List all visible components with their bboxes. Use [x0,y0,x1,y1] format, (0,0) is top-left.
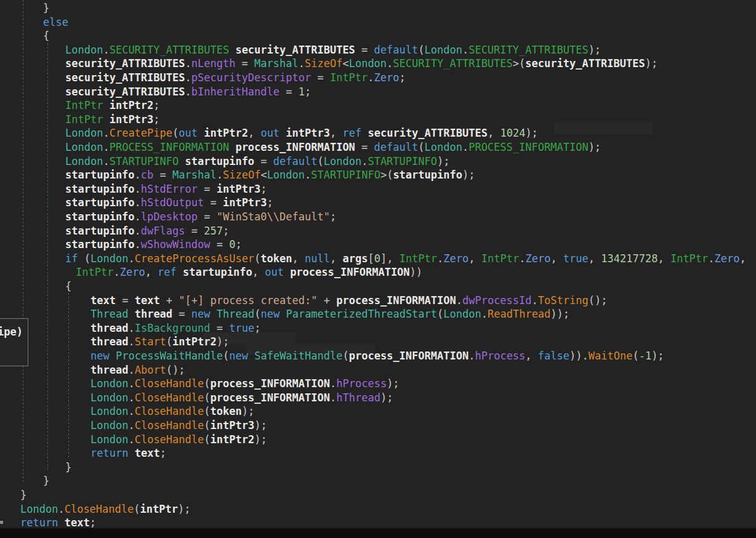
code-token: , [330,127,342,139]
code-token: . [185,86,191,98]
code-line[interactable]: } [43,2,49,14]
code-token: PROCESS_INFORMATION [468,141,588,153]
code-token: ( [204,377,210,390]
code-line[interactable]: } [65,461,71,473]
code-token: , [330,252,342,265]
code-token: . [128,335,134,348]
code-line[interactable]: { [65,280,71,292]
code-line[interactable]: IntPtr intPtr3; [65,113,160,126]
code-line[interactable]: security_ATTRIBUTES.nLength = Marshal.Si… [65,57,657,70]
code-token: Zero [120,266,145,278]
indent-guide [68,293,69,458]
code-token: out [179,127,198,139]
code-token: false [538,350,569,362]
code-line[interactable]: London.CloseHandle(intPtr2); [90,433,267,446]
code-line[interactable]: return text; [20,516,96,529]
code-token: security_ATTRIBUTES [65,71,185,84]
code-token: text [135,294,160,307]
code-token: IntPtr [76,266,113,278]
code-token: , [145,266,158,278]
code-line[interactable]: London.CloseHandle(intPtr3); [90,419,267,432]
code-line[interactable]: London.CloseHandle(intPtr); [20,503,190,515]
code-line[interactable]: } [43,475,49,487]
code-line[interactable]: London.CreatePipe(out intPtr2, out intPt… [65,127,538,139]
code-token: < [260,169,267,181]
code-token: < [342,57,348,70]
code-line[interactable]: thread.Start(intPtr2); [90,335,229,348]
code-token: out [260,127,279,139]
code-line[interactable]: thread.Abort(); [90,364,185,376]
code-token: ); [645,57,657,70]
code-token: STARTUPINFO [110,155,179,167]
code-line[interactable]: return text; [90,447,166,459]
code-line[interactable]: London.PROCESS_INFORMATION process_INFOR… [65,141,601,153]
code-token: ( [632,350,638,362]
code-token: security_ATTRIBUTES [235,44,355,56]
code-token: Start [135,335,166,348]
code-token: ); [254,433,267,446]
code-token: . [462,141,468,153]
code-token: ( [204,391,210,404]
code-token: . [468,350,475,362]
code-token: startupinfo [65,183,135,195]
code-token: = [235,57,254,70]
code-line[interactable]: security_ATTRIBUTES.bInheritHandle = 1; [65,86,311,98]
code-token: startupinfo [183,266,252,278]
code-token: } [43,475,49,487]
code-line[interactable]: London.SECURITY_ATTRIBUTES security_ATTR… [65,44,601,56]
code-line[interactable]: else [43,16,68,28]
code-token: ( [204,405,210,417]
code-line[interactable]: Thread thread = new Thread(new Parameter… [90,308,569,320]
code-token: , [292,252,305,265]
code-token: thread [90,364,128,376]
code-token: ; [153,113,159,126]
code-line[interactable]: startupinfo.dwFlags = 257; [65,225,229,237]
code-token: = [198,183,217,195]
code-token: London [65,127,103,139]
code-line[interactable]: { [43,30,49,42]
code-token: = [172,308,191,320]
code-token: >( [380,169,393,181]
code-token: security_ATTRIBUTES [525,57,645,70]
code-token: ); [178,503,190,515]
code-line[interactable]: IntPtr intPtr2; [65,99,160,111]
code-line[interactable]: text = text + "[+] process created:" + p… [90,294,607,307]
code-line[interactable]: London.STARTUPINFO startupinfo = default… [65,155,449,167]
code-token: SECURITY_ATTRIBUTES [468,44,588,56]
code-token: "[+] process created:" [179,294,317,307]
code-line[interactable]: startupinfo.cb = Marshal.SizeOf<London.S… [65,169,475,181]
code-token: . [708,252,714,265]
code-line[interactable]: } [20,489,26,501]
code-line[interactable]: security_ATTRIBUTES.pSecurityDescriptor … [65,71,406,84]
code-token: ; [260,183,267,195]
code-token: CreatePipe [110,127,172,139]
code-line[interactable]: startupinfo.wShowWindow = 0; [65,238,242,251]
code-token: , [248,127,260,139]
code-editor[interactable]: }else{London.SECURITY_ATTRIBUTES securit… [0,0,756,538]
code-token: , [252,266,265,278]
code-token: ); [437,155,449,167]
code-line[interactable]: London.CloseHandle(process_INFORMATION.h… [90,391,393,404]
code-token: STARTUPINFO [311,169,380,181]
code-token: . [135,169,141,181]
code-token: . [456,294,462,307]
code-token: Thread [90,308,128,320]
code-line[interactable]: startupinfo.hStdOutput = intPtr3; [65,196,273,209]
code-line[interactable]: if (London.CreateProcessAsUser(token, nu… [65,252,746,265]
code-line[interactable]: new ProcessWaitHandle(new SafeWaitHandle… [90,350,664,362]
code-token: "WinSta0\\Default" [217,211,330,223]
code-line[interactable]: London.CloseHandle(process_INFORMATION.h… [90,377,400,390]
code-token: ); [242,405,254,417]
code-token: 0 [229,238,235,251]
code-token: intPtr3 [211,419,255,432]
code-line[interactable]: startupinfo.lpDesktop = "WinSta0\\Defaul… [65,211,336,223]
code-line[interactable]: London.CloseHandle(token); [90,405,254,417]
code-line[interactable]: thread.IsBackground = true; [90,322,260,334]
code-token: process_INFORMATION [211,391,330,404]
code-token: security_ATTRIBUTES [65,57,185,70]
code-token: . [128,433,134,446]
tooltip-text: pipe) [0,326,23,338]
code-line[interactable]: IntPtr.Zero, ref startupinfo, out proces… [76,266,422,278]
code-token: . [128,405,134,417]
code-line[interactable]: startupinfo.hStdError = intPtr3; [65,183,267,195]
